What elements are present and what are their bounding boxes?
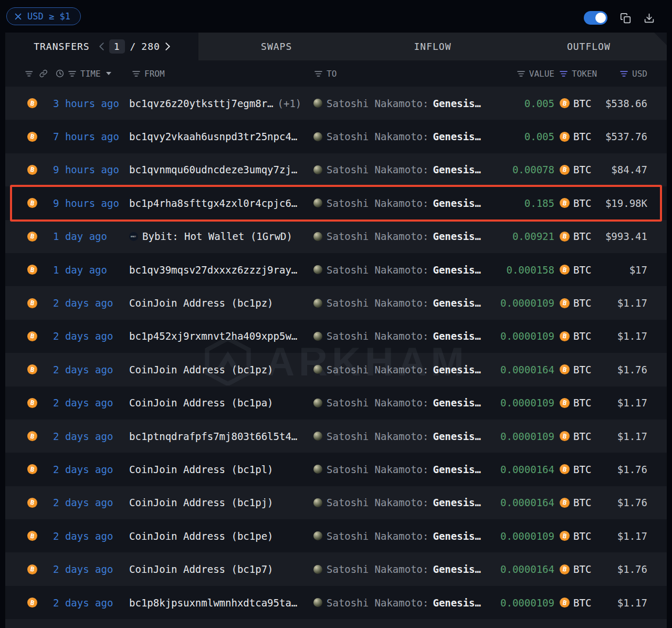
to-entity-label[interactable]: Satoshi Nakamoto: [327, 364, 428, 375]
token-name[interactable]: BTC [573, 131, 591, 142]
to-entity-name[interactable]: Genesis… [433, 264, 481, 276]
column-token[interactable]: TOKEN [572, 69, 597, 79]
transfer-time[interactable]: 2 days ago [53, 530, 113, 542]
from-address[interactable]: Bybit: Hot Wallet (1GrwD) [142, 231, 292, 242]
from-address[interactable]: CoinJoin Address (bc1p7) [129, 563, 274, 575]
to-entity-name[interactable]: Genesis… [433, 464, 481, 475]
usd-toggle[interactable] [584, 11, 607, 25]
table-row[interactable]: B 7 hours ago bc1qvy2vkaah6usnpd3tr25npc… [5, 120, 667, 153]
to-entity-label[interactable]: Satoshi Nakamoto: [327, 98, 428, 109]
to-entity-label[interactable]: Satoshi Nakamoto: [327, 264, 428, 276]
table-row[interactable]: B 1 day ago BYBIT Bybit: Hot Wallet (1Gr… [5, 220, 667, 253]
transfer-time[interactable]: 2 days ago [53, 563, 113, 575]
to-entity-name[interactable]: Genesis… [433, 131, 481, 142]
table-row[interactable]: B 2 days ago CoinJoin Address (bc1pz) Sa… [5, 286, 667, 319]
to-entity-name[interactable]: Genesis… [433, 197, 481, 209]
transfer-time[interactable]: 3 hours ago [53, 98, 119, 109]
to-entity-name[interactable]: Genesis… [433, 364, 481, 375]
to-entity-name[interactable]: Genesis… [433, 164, 481, 175]
to-entity-label[interactable]: Satoshi Nakamoto: [327, 164, 428, 175]
to-entity-label[interactable]: Satoshi Nakamoto: [327, 131, 428, 142]
transfer-time[interactable]: 1 day ago [53, 231, 107, 242]
table-row[interactable]: B 1 day ago bc1qv39mqsv27dxxxz6zzzj9ray…… [5, 253, 667, 286]
table-row[interactable]: B 9 hours ago bc1p4rha8sfttgx4zxl0r4cpjc… [5, 186, 667, 219]
prev-page-button[interactable] [99, 43, 104, 50]
to-entity-label[interactable]: Satoshi Nakamoto: [327, 197, 428, 209]
tab-transfers[interactable]: TRANSFERS 1 / 280 [5, 33, 198, 60]
to-entity-label[interactable]: Satoshi Nakamoto: [327, 397, 428, 409]
table-row[interactable]: B 2 days ago CoinJoin Address (bc1pl) Sa… [5, 453, 667, 486]
token-name[interactable]: BTC [573, 264, 591, 276]
from-address[interactable]: bc1p8kjpsuxnmlwmnhxdtca95ta… [129, 597, 297, 609]
to-entity-name[interactable]: Genesis… [433, 397, 481, 409]
to-entity-name[interactable]: Genesis… [433, 431, 481, 442]
column-from[interactable]: FROM [144, 69, 165, 79]
from-address[interactable]: CoinJoin Address (bc1pz) [129, 364, 274, 375]
to-entity-label[interactable]: Satoshi Nakamoto: [327, 530, 428, 542]
from-address[interactable]: bc1qvnmqu60udncdeze3umqy7zj… [129, 164, 297, 175]
to-entity-label[interactable]: Satoshi Nakamoto: [327, 330, 428, 342]
to-entity-name[interactable]: Genesis… [433, 231, 481, 242]
tab-inflow[interactable]: INFLOW [354, 33, 510, 60]
to-entity-label[interactable]: Satoshi Nakamoto: [327, 231, 428, 242]
table-row[interactable]: B 2 days ago bc1p8kjpsuxnmlwmnhxdtca95ta… [5, 586, 667, 619]
transfer-time[interactable]: 2 days ago [53, 397, 113, 409]
transfer-time[interactable]: 2 days ago [53, 431, 113, 442]
to-entity-name[interactable]: Genesis… [433, 497, 481, 508]
chevron-down-icon[interactable] [106, 72, 111, 75]
token-name[interactable]: BTC [573, 397, 591, 409]
filter-icon[interactable] [517, 70, 525, 77]
token-name[interactable]: BTC [573, 364, 591, 375]
from-address[interactable]: bc1ptnqdrafpfs7mj803t66l5t4… [129, 431, 297, 442]
to-entity-name[interactable]: Genesis… [433, 98, 481, 109]
table-row[interactable]: B 2 days ago bc1p452xj9rxmnvt2ha409xpp5w… [5, 320, 667, 353]
transfer-time[interactable]: 2 days ago [53, 597, 113, 609]
copy-icon[interactable] [620, 13, 631, 24]
from-address[interactable]: CoinJoin Address (bc1pj) [129, 497, 274, 508]
filter-icon[interactable] [25, 70, 33, 77]
from-address[interactable]: bc1p452xj9rxmnvt2ha409xpp5w… [129, 330, 297, 342]
from-address[interactable]: bc1p4rha8sfttgx4zxl0r4cpjc6… [129, 197, 297, 209]
transfer-time[interactable]: 2 days ago [53, 297, 113, 309]
to-entity-name[interactable]: Genesis… [433, 330, 481, 342]
column-usd[interactable]: USD [632, 69, 647, 79]
to-entity-name[interactable]: Genesis… [433, 563, 481, 575]
token-name[interactable]: BTC [573, 431, 591, 442]
to-entity-label[interactable]: Satoshi Nakamoto: [327, 431, 428, 442]
tab-swaps[interactable]: SWAPS [198, 33, 354, 60]
table-row[interactable]: B 2 days ago CoinJoin Address (bc1pe) Sa… [5, 519, 667, 552]
transfer-time[interactable]: 2 days ago [53, 464, 113, 475]
token-name[interactable]: BTC [573, 530, 591, 542]
from-address[interactable]: bc1qvy2vkaah6usnpd3tr25npc4… [129, 131, 297, 142]
transfer-time[interactable]: 2 days ago [53, 364, 113, 375]
table-row[interactable]: B 9 hours ago bc1qvnmqu60udncdeze3umqy7z… [5, 153, 667, 186]
token-name[interactable]: BTC [573, 563, 591, 575]
usd-filter-chip[interactable]: USD ≥ $1 [6, 7, 81, 25]
transfer-time[interactable]: 1 day ago [53, 264, 107, 276]
download-icon[interactable] [644, 13, 655, 24]
filter-icon-active[interactable] [560, 70, 568, 77]
to-entity-label[interactable]: Satoshi Nakamoto: [327, 597, 428, 609]
table-row[interactable]: B 2 days ago bc1ptnqdrafpfs7mj803t66l5t4… [5, 420, 667, 453]
token-name[interactable]: BTC [573, 497, 591, 508]
filter-icon-active[interactable] [620, 70, 628, 77]
table-row[interactable]: B 2 days ago CoinJoin Address (bc1p7) Sa… [5, 552, 667, 585]
next-page-button[interactable] [165, 43, 170, 50]
from-address[interactable]: CoinJoin Address (bc1pa) [129, 397, 274, 409]
filter-icon[interactable] [68, 70, 76, 77]
to-entity-name[interactable]: Genesis… [433, 597, 481, 609]
transfer-time[interactable]: 2 days ago [53, 330, 113, 342]
transfer-time[interactable]: 9 hours ago [53, 197, 119, 209]
token-name[interactable]: BTC [573, 297, 591, 309]
transfer-time[interactable]: 2 days ago [53, 497, 113, 508]
table-row[interactable]: B 2 days ago CoinJoin Address (bc1pz) Sa… [5, 353, 667, 386]
token-name[interactable]: BTC [573, 231, 591, 242]
from-extra-count[interactable]: (+1) [278, 98, 302, 109]
token-name[interactable]: BTC [573, 98, 591, 109]
to-entity-name[interactable]: Genesis… [433, 297, 481, 309]
column-to[interactable]: TO [327, 69, 337, 79]
transfer-time[interactable]: 9 hours ago [53, 164, 119, 175]
filter-icon[interactable] [132, 70, 140, 77]
close-icon[interactable] [15, 13, 22, 20]
table-row[interactable]: B 3 hours ago bc1qvz6z20ytksttj7egm8r… (… [5, 87, 667, 120]
